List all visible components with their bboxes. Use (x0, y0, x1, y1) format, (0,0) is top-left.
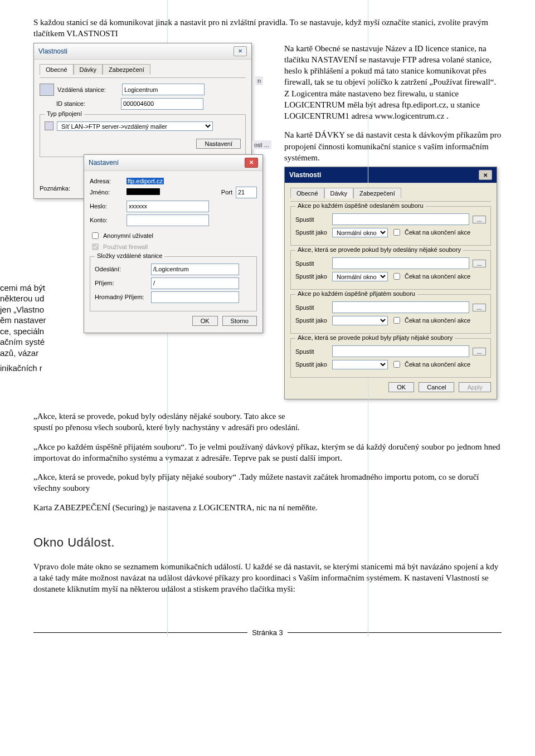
label-spustit: Spustit (295, 304, 329, 311)
label-spustit: Spustit (295, 348, 329, 355)
checkbox-cekat[interactable] (393, 317, 400, 324)
tab-obecne[interactable]: Obecné (290, 188, 324, 198)
label-spustit-jako: Spustit jako (295, 229, 329, 236)
select-window[interactable] (332, 316, 388, 325)
group-slozky: Složky vzdálené stanice (95, 252, 164, 259)
input-konto[interactable] (127, 214, 209, 226)
select-connection[interactable]: Síť LAN->FTP server->vzdálený mailer (57, 121, 213, 131)
close-icon[interactable]: ✕ (245, 158, 258, 168)
label-port: Port (221, 189, 232, 196)
label-adresa: Adresa: (90, 178, 123, 184)
label-spustit: Spustit (295, 260, 329, 267)
label-spustit-jako: Spustit jako (295, 361, 329, 368)
label-odeslani: Odeslání: (95, 266, 148, 272)
network-icon (45, 121, 54, 130)
button-cancel[interactable]: Cancel (419, 382, 454, 392)
label-spustit: Spustit (295, 216, 329, 223)
input-odeslani[interactable] (151, 264, 239, 275)
checkbox-firewall (92, 243, 99, 250)
input-hromadny[interactable] (151, 291, 239, 303)
checkbox-anon[interactable] (92, 232, 99, 239)
browse-button[interactable]: ... (473, 216, 486, 223)
input-spustit[interactable] (332, 213, 469, 225)
browse-button[interactable]: ... (473, 348, 486, 355)
label-konto: Konto: (90, 217, 123, 223)
label-jmeno: Jméno: (90, 189, 123, 196)
para-after-2: „Akce po každém úspěšně přijatém souboru… (33, 441, 502, 464)
bg-frag: ost ... (252, 140, 271, 149)
input-jmeno[interactable] (127, 188, 171, 196)
tab-zabezpeceni[interactable]: Zabezpečení (103, 64, 150, 75)
checkbox-cekat[interactable] (393, 229, 400, 236)
page-footer: Stránka 3 (33, 628, 502, 637)
input-spustit[interactable] (332, 257, 469, 269)
section-title: Okno Událost. (33, 535, 502, 550)
group-title: Akce, která se provede pokud byly přijat… (295, 334, 455, 341)
group-title: Akce po každém úspěšně přijatém souboru (295, 290, 417, 297)
label-anon: Anonymní uživatel (103, 232, 153, 239)
window-title: Nastavení (89, 159, 119, 167)
button-ok[interactable]: OK (192, 316, 218, 326)
button-apply: Apply (459, 382, 491, 392)
label-heslo: Heslo: (90, 203, 123, 209)
label-id: ID stanice: (56, 100, 118, 107)
browse-button[interactable]: ... (473, 304, 486, 311)
para-after-4: Karta ZABEZPEČENÍ (Securing) je nastaven… (33, 502, 502, 513)
window-title: Vlastnosti (289, 171, 321, 179)
input-heslo[interactable] (127, 201, 209, 212)
cut-text: cemi má být některou ud jen „Vlastno ěm … (0, 282, 72, 374)
tab-davky[interactable]: Dávky (324, 188, 354, 198)
button-ok[interactable]: OK (388, 382, 414, 392)
window-title: Vlastnosti (38, 47, 67, 55)
right-para-1: Na kartě Obecné se nastavuje Název a ID … (284, 43, 502, 122)
label-prijem: Příjem: (95, 280, 148, 286)
tab-davky[interactable]: Dávky (74, 64, 103, 75)
page-number: Stránka 3 (252, 628, 283, 637)
button-nastaveni[interactable]: Nastavení (196, 139, 241, 149)
label-spustit-jako: Spustit jako (295, 273, 329, 280)
group-typ-pripojeni: Typ připojení (45, 110, 84, 117)
bg-frag: n (255, 76, 263, 85)
select-window[interactable] (332, 360, 388, 369)
section-body: Vpravo dole máte okno se seznamem komuni… (33, 561, 502, 595)
browse-button[interactable]: ... (473, 260, 486, 267)
input-adresa[interactable]: ftp.ediport.cz (127, 178, 164, 184)
input-spustit[interactable] (332, 345, 469, 357)
input-prijem[interactable] (151, 277, 239, 289)
intro-text: S každou stanicí se dá komunikovat jinak… (33, 17, 502, 40)
label-poznamka: Poznámka: (40, 185, 73, 192)
window-nastaveni: Nastavení ✕ Adresa: ftp.ediport.cz Jméno… (84, 154, 263, 333)
label-hromadny: Hromadný Příjem: (95, 294, 148, 300)
select-window[interactable]: Normální okno (332, 228, 388, 237)
input-spustit[interactable] (332, 301, 469, 313)
tabs: Obecné Dávky Zabezpečení (40, 64, 246, 75)
right-para-2: Na kartě DÁVKY se dá nastavit cesta k dá… (284, 129, 502, 163)
group-title: Akce, která se provede pokud byly odeslá… (295, 246, 463, 253)
label-firewall: Používat firewall (103, 243, 148, 250)
group-title: Akce po každém úspěšně odeslaném souboru (295, 202, 426, 209)
close-icon[interactable]: ✕ (479, 170, 492, 180)
label-spustit-jako: Spustit jako (295, 317, 329, 324)
window-davky: Vlastnosti ✕ Obecné Dávky Zabezpečení Ak… (284, 167, 497, 399)
tab-obecne[interactable]: Obecné (40, 64, 74, 75)
label-vzdalena: Vzdálená stanice: (57, 86, 119, 93)
select-window[interactable]: Normální okno (332, 272, 388, 281)
para-after-3: „Akce, která se provede, pokud byly přij… (33, 471, 502, 494)
tab-zabezpeceni[interactable]: Zabezpečení (353, 188, 401, 198)
close-icon[interactable]: ✕ (234, 46, 247, 56)
input-vzdalena[interactable] (122, 84, 205, 95)
station-icon (40, 84, 54, 96)
input-id[interactable] (121, 98, 203, 110)
button-storno[interactable]: Storno (222, 316, 257, 326)
checkbox-cekat[interactable] (393, 273, 400, 280)
input-port[interactable] (236, 187, 257, 198)
checkbox-cekat[interactable] (393, 361, 400, 368)
